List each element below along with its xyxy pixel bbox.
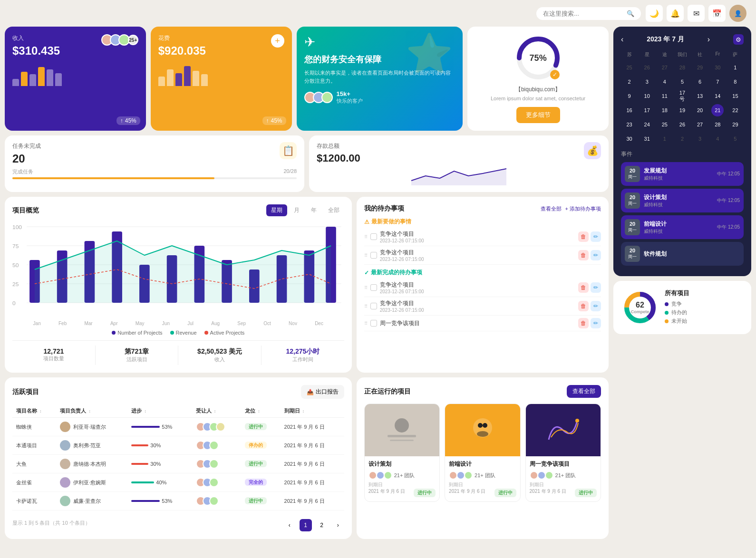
cal-day[interactable]: 6 <box>694 76 706 88</box>
tab-week[interactable]: 星期 <box>266 204 287 216</box>
theme-toggle[interactable]: 🌙 <box>646 5 663 22</box>
prev-page-button[interactable]: ‹ <box>283 519 296 531</box>
cal-day[interactable]: 20 <box>694 104 706 116</box>
cal-day[interactable]: 7 <box>711 76 724 88</box>
todo-delete-3[interactable]: 🗑 <box>578 282 589 293</box>
cal-settings-button[interactable]: ⚙ <box>733 34 744 45</box>
drag-handle-2[interactable]: ⠿ <box>364 253 368 258</box>
todo-checkbox-1[interactable] <box>370 233 377 240</box>
drag-handle-1[interactable]: ⠿ <box>364 234 368 240</box>
cal-next-button[interactable]: › <box>708 35 710 44</box>
cal-day[interactable]: 11 <box>659 90 671 102</box>
add-expense-button[interactable]: + <box>271 34 284 48</box>
todo-delete-4[interactable]: 🗑 <box>578 301 589 311</box>
todo-edit-1[interactable]: ✏ <box>591 231 601 242</box>
todo-edit-3[interactable]: ✏ <box>591 282 601 293</box>
drag-handle-4[interactable]: ⠿ <box>364 304 368 309</box>
legend-pending: 待办的 <box>665 309 744 316</box>
cal-day[interactable]: 5 <box>676 76 688 88</box>
cal-day[interactable]: 3 <box>641 76 653 88</box>
user-avatar[interactable]: 👤 <box>729 5 746 22</box>
cal-day[interactable]: 9 <box>623 90 636 102</box>
cal-day[interactable]: 18 <box>659 104 671 116</box>
task-label: 任务未完成 <box>12 142 41 150</box>
cal-day[interactable]: 31 <box>641 133 653 145</box>
cal-day[interactable]: 5 <box>729 133 741 145</box>
project-status-row-3: 2021 年 9 月 6 日 进行中 <box>530 488 597 498</box>
cal-day[interactable]: 19 <box>676 104 688 116</box>
circle-desc: Lorem ipsum dolor sat amet, consectetur <box>491 96 585 101</box>
cal-day[interactable]: 10 <box>641 90 653 102</box>
cal-day[interactable]: 30 <box>711 61 724 74</box>
next-page-button[interactable]: › <box>332 519 344 531</box>
todo-delete-5[interactable]: 🗑 <box>578 318 589 328</box>
drag-handle-3[interactable]: ⠿ <box>364 285 368 290</box>
search-box[interactable]: 🔍 <box>536 7 641 20</box>
todo-edit-4[interactable]: ✏ <box>591 301 601 311</box>
export-button[interactable]: 📤 出口报告 <box>301 385 344 399</box>
cal-day[interactable]: 26 <box>676 118 688 131</box>
page-2-button[interactable]: 2 <box>316 519 328 531</box>
todo-edit-5[interactable]: ✏ <box>591 318 601 328</box>
cal-day[interactable]: 22 <box>729 104 741 116</box>
page-1-button[interactable]: 1 <box>300 519 312 531</box>
cal-day[interactable]: 27 <box>694 118 706 131</box>
cal-day[interactable]: 17 <box>641 104 653 116</box>
cal-header-we: 我们 <box>674 49 690 60</box>
todo-checkbox-2[interactable] <box>370 252 377 259</box>
todo-view-all[interactable]: 查看全部 <box>541 205 562 212</box>
cal-day[interactable]: 29 <box>729 118 741 131</box>
cal-day[interactable]: 29 <box>694 61 706 74</box>
task-icon: 📋 <box>280 142 297 159</box>
todo-delete-2[interactable]: 🗑 <box>578 250 589 260</box>
todo-checkbox-4[interactable] <box>370 303 377 309</box>
drag-handle-5[interactable]: ⠿ <box>364 321 368 326</box>
cal-day[interactable]: 24 <box>641 118 653 131</box>
cal-day[interactable]: 14 <box>711 90 724 102</box>
cal-day[interactable]: 28 <box>711 118 724 131</box>
cal-day[interactable]: 27 <box>659 61 671 74</box>
todo-add[interactable]: + 添加待办事项 <box>565 205 601 212</box>
search-input[interactable] <box>543 10 623 17</box>
tab-month[interactable]: 月 <box>289 204 304 216</box>
todo-checkbox-3[interactable] <box>370 284 377 291</box>
legend-notstarted: 未开始 <box>665 317 744 325</box>
view-all-button[interactable]: 查看全部 <box>567 385 601 398</box>
project-name-1: 设计策划 <box>368 460 436 468</box>
cal-day[interactable]: 16 <box>623 104 636 116</box>
cal-day[interactable]: 30 <box>623 133 636 145</box>
mail-icon[interactable]: ✉ <box>688 5 705 22</box>
row-status: 停办的 <box>241 436 280 455</box>
cal-day[interactable]: 4 <box>711 133 724 145</box>
todo-delete-1[interactable]: 🗑 <box>578 231 589 242</box>
cal-day[interactable]: 26 <box>641 61 653 74</box>
cal-day[interactable]: 13 <box>694 90 706 102</box>
cal-day[interactable]: 1 <box>659 133 671 145</box>
tab-year[interactable]: 年 <box>306 204 321 216</box>
event-date-4: 20周一 <box>625 246 640 262</box>
calendar-icon[interactable]: 📅 <box>708 5 726 22</box>
cal-prev-button[interactable]: ‹ <box>621 35 623 44</box>
donut-legend: 所有项目 竞争 待办的 未开始 <box>665 289 744 326</box>
detail-button[interactable]: 更多细节 <box>516 107 560 123</box>
todo-date-3: 2023-12-26 07:15:00 <box>380 289 424 294</box>
notification-icon[interactable]: 🔔 <box>667 5 684 22</box>
todo-edit-2[interactable]: ✏ <box>591 250 601 260</box>
todo-checkbox-5[interactable] <box>370 320 377 327</box>
cal-day[interactable]: 3 <box>694 133 706 145</box>
cal-day[interactable]: 2 <box>676 133 688 145</box>
svg-text:75: 75 <box>12 244 19 249</box>
cal-day[interactable]: 17号 <box>676 90 688 102</box>
tab-all[interactable]: 全部 <box>323 204 344 216</box>
cal-day[interactable]: 15 <box>729 90 741 102</box>
cal-day[interactable]: 25 <box>659 118 671 131</box>
cal-day[interactable]: 4 <box>659 76 671 88</box>
cal-day[interactable]: 23 <box>623 118 636 131</box>
cal-day[interactable]: 25 <box>623 61 636 74</box>
cal-day[interactable]: 28 <box>676 61 688 74</box>
event-info-1: 发展规划 威特科技 <box>644 167 713 182</box>
cal-day[interactable]: 8 <box>729 76 741 88</box>
cal-day[interactable]: 2 <box>623 76 636 88</box>
cal-day-today[interactable]: 21 <box>711 104 724 116</box>
cal-day[interactable]: 1 <box>729 61 741 74</box>
